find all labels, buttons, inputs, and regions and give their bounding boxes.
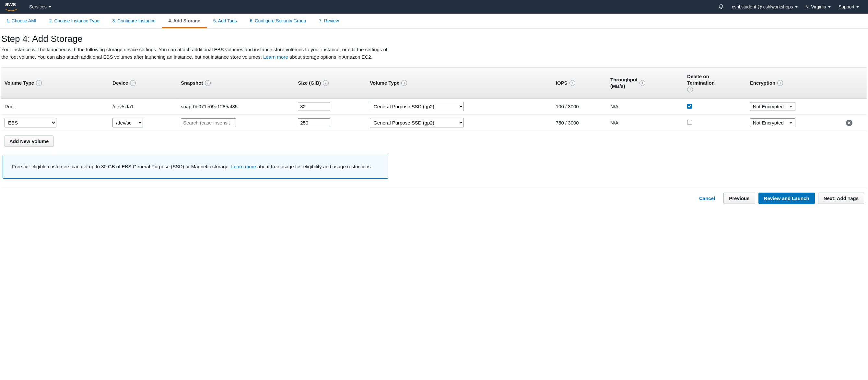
device-select[interactable]: /dev/sdb bbox=[113, 118, 143, 127]
col-iops: IOPSi bbox=[553, 67, 607, 98]
header-label: Throughput(MB/s) bbox=[610, 77, 638, 89]
info-icon[interactable]: i bbox=[777, 80, 783, 86]
encryption-select[interactable]: Not Encrypted bbox=[750, 102, 796, 111]
header-label: Delete onTermination bbox=[687, 74, 715, 86]
tab-review[interactable]: 7. Review bbox=[312, 14, 345, 28]
volume-type-select[interactable]: General Purpose SSD (gp2) bbox=[370, 102, 464, 111]
services-label: Services bbox=[29, 4, 47, 9]
info-icon[interactable]: i bbox=[687, 87, 693, 92]
info-icon[interactable]: i bbox=[569, 80, 575, 86]
encryption-value: Not Encrypted bbox=[753, 120, 784, 125]
caret-down-icon bbox=[49, 6, 51, 8]
table-row: EBS /dev/sdb General Purpose SSD (gp2) 7… bbox=[1, 115, 867, 131]
info-icon[interactable]: i bbox=[323, 80, 329, 86]
free-tier-info-box: Free tier eligible customers can get up … bbox=[3, 155, 388, 179]
services-menu[interactable]: Services bbox=[25, 0, 55, 13]
col-throughput: Throughput(MB/s)i bbox=[607, 67, 684, 98]
iops-value: 750 / 3000 bbox=[556, 120, 579, 125]
account-menu[interactable]: cshl.student @ cshlworkshops bbox=[728, 0, 802, 13]
caret-down-icon bbox=[856, 6, 859, 8]
col-volume-type-kind: Volume Typei bbox=[1, 67, 109, 98]
device-value: /dev/sda1 bbox=[113, 104, 133, 109]
tab-add-tags[interactable]: 5. Add Tags bbox=[207, 14, 243, 28]
tab-configure-instance[interactable]: 3. Configure Instance bbox=[106, 14, 162, 28]
snapshot-input[interactable] bbox=[181, 118, 236, 127]
bell-icon bbox=[718, 4, 724, 10]
header-label: Volume Type bbox=[4, 80, 34, 86]
aws-logo[interactable]: aws bbox=[5, 1, 18, 13]
notifications-button[interactable] bbox=[714, 0, 728, 13]
throughput-value: N/A bbox=[610, 104, 618, 109]
support-label: Support bbox=[838, 4, 855, 9]
encryption-select[interactable]: Not Encrypted bbox=[750, 118, 796, 127]
caret-down-icon bbox=[789, 122, 793, 124]
support-menu[interactable]: Support bbox=[835, 0, 863, 13]
delete-on-termination-checkbox[interactable] bbox=[687, 104, 692, 109]
next-add-tags-button[interactable]: Next: Add Tags bbox=[818, 193, 864, 204]
caret-down-icon bbox=[828, 6, 831, 8]
table-row: Root /dev/sda1 snap-0b071e09e1285af85 Ge… bbox=[1, 98, 867, 115]
throughput-value: N/A bbox=[610, 120, 618, 125]
info-icon[interactable]: i bbox=[640, 80, 645, 86]
page-description: Your instance will be launched with the … bbox=[1, 46, 390, 61]
close-icon bbox=[847, 121, 851, 124]
header-label: Snapshot bbox=[181, 80, 203, 86]
snapshot-value: snap-0b071e09e1285af85 bbox=[181, 104, 238, 110]
encryption-value: Not Encrypted bbox=[753, 104, 784, 109]
info-icon[interactable]: i bbox=[130, 80, 136, 86]
header-label: Encryption bbox=[750, 80, 775, 86]
description-text-post: about storage options in Amazon EC2. bbox=[288, 54, 372, 60]
tab-configure-security-group[interactable]: 6. Configure Security Group bbox=[243, 14, 313, 28]
previous-button[interactable]: Previous bbox=[723, 193, 755, 204]
aws-logo-text: aws bbox=[5, 1, 18, 8]
info-text-post: about free usage tier eligibility and us… bbox=[256, 164, 372, 169]
top-nav: aws Services cshl.student @ cshlworkshop… bbox=[0, 0, 868, 13]
header-label: Size (GiB) bbox=[298, 80, 321, 86]
page-title: Step 4: Add Storage bbox=[1, 34, 867, 44]
col-delete-on-termination: Delete onTerminationi bbox=[684, 67, 747, 98]
page-content: Step 4: Add Storage Your instance will b… bbox=[0, 29, 868, 208]
learn-more-link[interactable]: Learn more bbox=[263, 54, 288, 60]
account-label: cshl.student @ cshlworkshops bbox=[732, 4, 793, 9]
volume-kind-select[interactable]: EBS bbox=[4, 118, 56, 127]
header-label: Volume Type bbox=[370, 80, 399, 86]
cancel-button[interactable]: Cancel bbox=[694, 193, 720, 204]
learn-more-link[interactable]: Learn more bbox=[231, 164, 256, 169]
delete-on-termination-checkbox[interactable] bbox=[687, 120, 692, 125]
iops-value: 100 / 3000 bbox=[556, 104, 579, 109]
footer-actions: Cancel Previous Review and Launch Next: … bbox=[1, 188, 867, 208]
caret-down-icon bbox=[789, 106, 793, 108]
region-label: N. Virginia bbox=[805, 4, 826, 9]
info-icon[interactable]: i bbox=[401, 80, 407, 86]
remove-volume-button[interactable] bbox=[846, 120, 852, 126]
tab-choose-instance-type[interactable]: 2. Choose Instance Type bbox=[43, 14, 106, 28]
col-snapshot: Snapshoti bbox=[178, 67, 294, 98]
col-device: Devicei bbox=[109, 67, 178, 98]
size-input[interactable] bbox=[298, 102, 330, 111]
region-menu[interactable]: N. Virginia bbox=[802, 0, 835, 13]
volume-kind: Root bbox=[4, 104, 15, 109]
info-text: Free tier eligible customers can get up … bbox=[12, 164, 231, 169]
aws-smile-icon bbox=[5, 9, 18, 12]
add-new-volume-button[interactable]: Add New Volume bbox=[4, 136, 54, 147]
col-volume-type: Volume Typei bbox=[367, 67, 553, 98]
col-size: Size (GiB)i bbox=[294, 67, 367, 98]
info-icon[interactable]: i bbox=[36, 80, 42, 86]
info-icon[interactable]: i bbox=[205, 80, 211, 86]
review-and-launch-button[interactable]: Review and Launch bbox=[758, 193, 815, 204]
tab-choose-ami[interactable]: 1. Choose AMI bbox=[0, 14, 43, 28]
size-input[interactable] bbox=[298, 118, 330, 127]
wizard-tabs: 1. Choose AMI 2. Choose Instance Type 3.… bbox=[0, 14, 868, 29]
header-label: Device bbox=[113, 80, 128, 86]
storage-table: Volume Typei Devicei Snapshoti Size (GiB… bbox=[1, 67, 867, 131]
tab-add-storage[interactable]: 4. Add Storage bbox=[162, 14, 207, 28]
col-encryption: Encryptioni bbox=[747, 67, 843, 98]
volume-type-select[interactable]: General Purpose SSD (gp2) bbox=[370, 118, 464, 127]
header-label: IOPS bbox=[556, 80, 567, 86]
caret-down-icon bbox=[795, 6, 798, 8]
